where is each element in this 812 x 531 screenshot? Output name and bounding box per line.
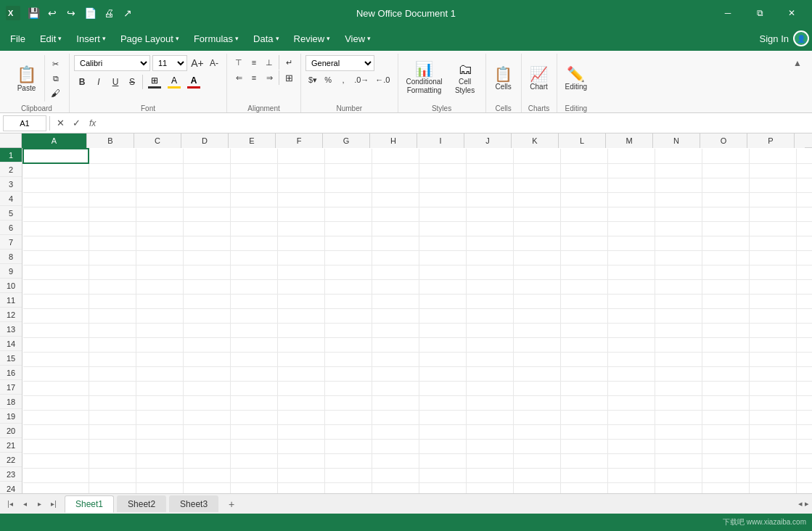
cell-E15[interactable] (230, 352, 277, 366)
cell-Q19[interactable] (796, 410, 812, 424)
cell-Q13[interactable] (796, 323, 812, 337)
font-size-decrease-button[interactable]: A- (206, 55, 222, 71)
cell-I18[interactable] (419, 395, 466, 410)
bold-button[interactable]: B (74, 74, 90, 90)
cell-F4[interactable] (277, 192, 324, 207)
cell-A21[interactable] (23, 439, 89, 453)
cell-N15[interactable] (655, 352, 702, 366)
row-number-13[interactable]: 13 (0, 322, 22, 337)
row-number-9[interactable]: 9 (0, 264, 22, 279)
cell-A5[interactable] (23, 207, 89, 221)
cut-button[interactable]: ✂ (48, 57, 63, 71)
cell-C10[interactable] (136, 279, 183, 294)
cell-F1[interactable] (277, 149, 324, 163)
cell-O13[interactable] (702, 323, 749, 337)
cell-L6[interactable] (560, 221, 607, 236)
cell-F2[interactable] (277, 163, 324, 178)
grid[interactable] (22, 148, 812, 493)
row-number-24[interactable]: 24 (0, 482, 22, 493)
align-left-button[interactable]: ⇐ (231, 70, 246, 85)
cell-I7[interactable] (419, 236, 466, 250)
cell-E1[interactable] (230, 149, 277, 163)
cell-Q20[interactable] (796, 424, 812, 439)
menu-edit[interactable]: Edit ▾ (33, 30, 69, 47)
cell-O5[interactable] (702, 207, 749, 221)
cell-I13[interactable] (419, 323, 466, 337)
cell-Q12[interactable] (796, 308, 812, 323)
cell-M23[interactable] (607, 468, 655, 482)
cell-A7[interactable] (23, 236, 89, 250)
cell-C2[interactable] (136, 163, 183, 178)
cell-D7[interactable] (183, 236, 230, 250)
cell-F18[interactable] (277, 395, 324, 410)
cell-G2[interactable] (324, 163, 372, 178)
cell-D9[interactable] (183, 265, 230, 279)
cell-N11[interactable] (655, 294, 702, 308)
cell-P11[interactable] (749, 294, 796, 308)
formula-input[interactable] (102, 115, 809, 131)
row-number-7[interactable]: 7 (0, 235, 22, 250)
cell-L20[interactable] (560, 424, 607, 439)
cell-C6[interactable] (136, 221, 183, 236)
row-number-15[interactable]: 15 (0, 351, 22, 366)
cell-H10[interactable] (372, 279, 419, 294)
cell-N5[interactable] (655, 207, 702, 221)
cell-K12[interactable] (513, 308, 560, 323)
cell-O10[interactable] (702, 279, 749, 294)
cell-G1[interactable] (324, 149, 372, 163)
cell-L12[interactable] (560, 308, 607, 323)
cell-F15[interactable] (277, 352, 324, 366)
cell-K20[interactable] (513, 424, 560, 439)
cell-L16[interactable] (560, 366, 607, 381)
cell-F17[interactable] (277, 381, 324, 395)
cell-I10[interactable] (419, 279, 466, 294)
share-button[interactable]: ↗ (119, 4, 136, 22)
cell-F12[interactable] (277, 308, 324, 323)
cell-L17[interactable] (560, 381, 607, 395)
cell-P17[interactable] (749, 381, 796, 395)
cell-J21[interactable] (466, 439, 513, 453)
cell-F7[interactable] (277, 236, 324, 250)
cell-H15[interactable] (372, 352, 419, 366)
cell-N3[interactable] (655, 178, 702, 192)
cell-G19[interactable] (324, 410, 372, 424)
cell-I16[interactable] (419, 366, 466, 381)
cell-N7[interactable] (655, 236, 702, 250)
cell-I14[interactable] (419, 337, 466, 352)
row-number-14[interactable]: 14 (0, 337, 22, 351)
print-button[interactable]: 🖨 (100, 4, 118, 22)
cell-E5[interactable] (230, 207, 277, 221)
row-number-8[interactable]: 8 (0, 250, 22, 264)
cell-Q1[interactable] (796, 149, 812, 163)
cell-L23[interactable] (560, 468, 607, 482)
cell-K11[interactable] (513, 294, 560, 308)
cell-A19[interactable] (23, 410, 89, 424)
cell-Q17[interactable] (796, 381, 812, 395)
cell-L11[interactable] (560, 294, 607, 308)
cell-I4[interactable] (419, 192, 466, 207)
font-size-increase-button[interactable]: A+ (189, 55, 205, 71)
tab-last-button[interactable]: ▸| (46, 497, 61, 511)
row-number-21[interactable]: 21 (0, 438, 22, 453)
cell-C17[interactable] (136, 381, 183, 395)
cell-B17[interactable] (89, 381, 136, 395)
cell-Q14[interactable] (796, 337, 812, 352)
cell-J16[interactable] (466, 366, 513, 381)
cell-O21[interactable] (702, 439, 749, 453)
percent-button[interactable]: % (321, 73, 335, 87)
cell-J22[interactable] (466, 453, 513, 468)
cell-N22[interactable] (655, 453, 702, 468)
cell-O11[interactable] (702, 294, 749, 308)
cell-I24[interactable] (419, 482, 466, 493)
cell-C1[interactable] (136, 149, 183, 163)
cell-C9[interactable] (136, 265, 183, 279)
cell-O8[interactable] (702, 250, 749, 265)
cell-O16[interactable] (702, 366, 749, 381)
row-number-23[interactable]: 23 (0, 467, 22, 482)
cell-A24[interactable] (23, 482, 89, 493)
number-format-select[interactable]: General Number Currency Date Percentage (305, 55, 374, 71)
cell-C5[interactable] (136, 207, 183, 221)
cell-B20[interactable] (89, 424, 136, 439)
cell-H3[interactable] (372, 178, 419, 192)
cell-B21[interactable] (89, 439, 136, 453)
